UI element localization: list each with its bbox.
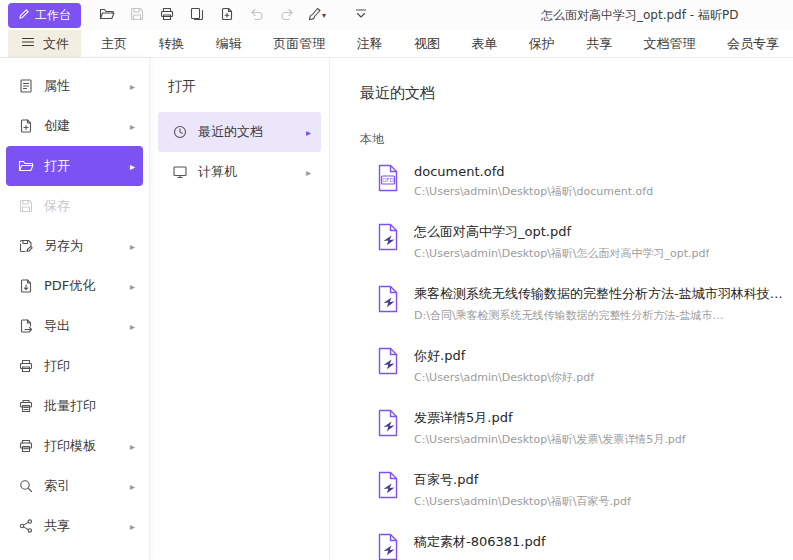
file-meta: 你好.pdf C:\Users\admin\Desktop\你好.pdf — [414, 347, 594, 385]
menu-tab[interactable]: 会员专享 — [725, 30, 781, 57]
ofd-file-icon: OFD — [376, 164, 400, 192]
menu-tab[interactable]: 转换 — [156, 30, 186, 57]
menu-tab[interactable]: 视图 — [412, 30, 442, 57]
file-path: C:\Users\admin\Desktop\福昕\百家号.pdf — [414, 494, 631, 509]
file-name: 百家号.pdf — [414, 471, 631, 489]
toolbar-button[interactable]: ▾ — [153, 3, 180, 27]
toolbar-button[interactable]: ▾ — [243, 3, 270, 27]
open-panel-item[interactable]: 最近的文档 ▸ — [158, 112, 321, 152]
file-menu-item[interactable]: 另存为 ▸ — [6, 226, 143, 266]
toolbar-button[interactable]: ▾ — [273, 3, 300, 27]
save-icon — [129, 6, 145, 25]
redo-icon — [279, 6, 295, 25]
file-menu-item[interactable]: 保存 ▸ — [6, 186, 143, 226]
recent-file-row[interactable]: 你好.pdf C:\Users\admin\Desktop\你好.pdf — [360, 335, 793, 397]
menu-tab[interactable]: 共享 — [584, 30, 614, 57]
recent-file-row[interactable]: OFD document.ofd C:\Users\admin\Desktop\… — [360, 152, 793, 211]
file-menu-item[interactable]: PDF优化 ▸ — [6, 266, 143, 306]
file-menu-item[interactable]: 索引 ▸ — [6, 466, 143, 506]
open-panel-list: 最近的文档 ▸ 计算机 ▸ — [150, 112, 329, 192]
file-menu-item-label: 打印 — [44, 357, 70, 375]
recent-file-row[interactable]: 乘客检测系统无线传输数据的完整性分析方法-盐城市羽林科技… D:\合同\乘客检测… — [360, 273, 793, 335]
submenu-arrow-icon: ▸ — [130, 241, 135, 252]
menu-file[interactable]: 文件 — [8, 30, 81, 57]
menu-tab[interactable]: 编辑 — [214, 30, 244, 57]
file-path: C:\Users\admin\Desktop\福昕\document.ofd — [414, 184, 653, 199]
file-menu-item[interactable]: 打印 ▸ — [6, 346, 143, 386]
open-submenu-panel: 打开 最近的文档 ▸ 计算机 ▸ — [150, 58, 330, 560]
pdf-file-icon — [376, 223, 400, 251]
submenu-arrow-icon: ▸ — [130, 481, 135, 492]
file-meta: document.ofd C:\Users\admin\Desktop\福昕\d… — [414, 164, 653, 199]
pdf-optimize-icon — [18, 278, 34, 294]
dropdown-caret-icon: ▾ — [322, 11, 326, 20]
hamburger-icon — [20, 34, 36, 53]
ink-pen-icon — [307, 6, 323, 25]
menu-tab[interactable]: 主页 — [99, 30, 129, 57]
app-window: 工作台 ▾ ▾ ▾ ▾ ▾ — [0, 0, 793, 560]
undo-icon — [249, 6, 265, 25]
menu-tabs: 主页转换编辑页面管理注释视图表单保护共享文档管理会员专享 — [81, 30, 793, 57]
file-name: 你好.pdf — [414, 347, 594, 365]
menu-tab[interactable]: 表单 — [469, 30, 499, 57]
file-menu-item[interactable]: 打印模板 ▸ — [6, 426, 143, 466]
open-folder-icon — [99, 6, 115, 25]
local-section-label: 本地 — [360, 131, 793, 148]
submenu-arrow-icon: ▸ — [130, 81, 135, 92]
pdf-file-icon — [376, 347, 400, 375]
open-panel-item[interactable]: 计算机 ▸ — [158, 152, 321, 192]
print-template-icon — [18, 438, 34, 454]
print-icon — [18, 358, 34, 374]
file-menu-item-label: 创建 — [44, 117, 70, 135]
workspace-button[interactable]: 工作台 — [8, 3, 81, 28]
toolbar-button[interactable]: ▾ — [93, 3, 120, 27]
file-menu-item[interactable]: 打开 ▸ — [6, 146, 143, 186]
file-menu-item[interactable]: 导出 ▸ — [6, 306, 143, 346]
recent-file-row[interactable]: 稿定素材-806381.pdf — [360, 521, 793, 560]
toolbar-button[interactable]: ▾ — [213, 3, 240, 27]
recent-file-row[interactable]: 怎么面对高中学习_opt.pdf C:\Users\admin\Desktop\… — [360, 211, 793, 273]
pdf-file-icon — [376, 471, 400, 499]
titlebar: 工作台 ▾ ▾ ▾ ▾ ▾ — [0, 0, 793, 30]
file-menu-item[interactable]: 创建 ▸ — [6, 106, 143, 146]
file-menu-item-label: PDF优化 — [44, 277, 95, 295]
menu-tab[interactable]: 保护 — [527, 30, 557, 57]
recent-file-list: OFD document.ofd C:\Users\admin\Desktop\… — [360, 152, 793, 560]
toolbar-button[interactable]: ▾ — [183, 3, 210, 27]
file-meta: 发票详情5月.pdf C:\Users\admin\Desktop\福昕\发票\… — [414, 409, 686, 447]
file-menu-item-label: 另存为 — [44, 237, 83, 255]
submenu-arrow-icon: ▸ — [130, 441, 135, 452]
file-path: C:\Users\admin\Desktop\福昕\发票\发票详情5月.pdf — [414, 432, 686, 447]
file-menu-item[interactable]: 属性 ▸ — [6, 66, 143, 106]
toolbar-button[interactable]: ▾ — [347, 3, 374, 27]
submenu-arrow-icon: ▸ — [306, 127, 311, 138]
file-name: document.ofd — [414, 164, 653, 179]
recent-documents-panel: 最近的文档 本地 OFD document.ofd C:\Users\admin… — [330, 58, 793, 560]
toolbar-button[interactable]: ▾ — [123, 3, 150, 27]
open-panel-item-label: 计算机 — [198, 163, 237, 181]
submenu-arrow-icon: ▸ — [306, 167, 311, 178]
file-path: C:\Users\admin\Desktop\福昕\怎么面对高中学习_opt.p… — [414, 246, 709, 261]
recent-file-row[interactable]: 百家号.pdf C:\Users\admin\Desktop\福昕\百家号.pd… — [360, 459, 793, 521]
file-menu-item-label: 打开 — [44, 157, 70, 175]
menu-tab[interactable]: 页面管理 — [271, 30, 327, 57]
file-menu-item-label: 保存 — [44, 197, 70, 215]
recent-file-row[interactable]: 发票详情5月.pdf C:\Users\admin\Desktop\福昕\发票\… — [360, 397, 793, 459]
submenu-arrow-icon: ▸ — [130, 161, 135, 172]
properties-icon — [18, 78, 34, 94]
file-menu-item[interactable]: 批量打印 ▸ — [6, 386, 143, 426]
file-menu-item-label: 索引 — [44, 477, 70, 495]
save-icon — [18, 198, 34, 214]
file-meta: 稿定素材-806381.pdf — [414, 533, 546, 556]
index-icon — [18, 478, 34, 494]
create-icon — [18, 118, 34, 134]
menu-tab[interactable]: 注释 — [355, 30, 385, 57]
toolbar-button[interactable]: ▾ — [303, 3, 330, 27]
save-as-icon — [18, 238, 34, 254]
workspace-label: 工作台 — [35, 7, 71, 24]
file-menu-item[interactable]: 共享 ▸ — [6, 506, 143, 546]
customize-toolbar-icon — [353, 6, 369, 25]
open-panel-item-label: 最近的文档 — [198, 123, 263, 141]
menu-tab[interactable]: 文档管理 — [642, 30, 698, 57]
file-path: D:\合同\乘客检测系统无线传输数据的完整性分析方法-盐城市… — [414, 308, 783, 323]
